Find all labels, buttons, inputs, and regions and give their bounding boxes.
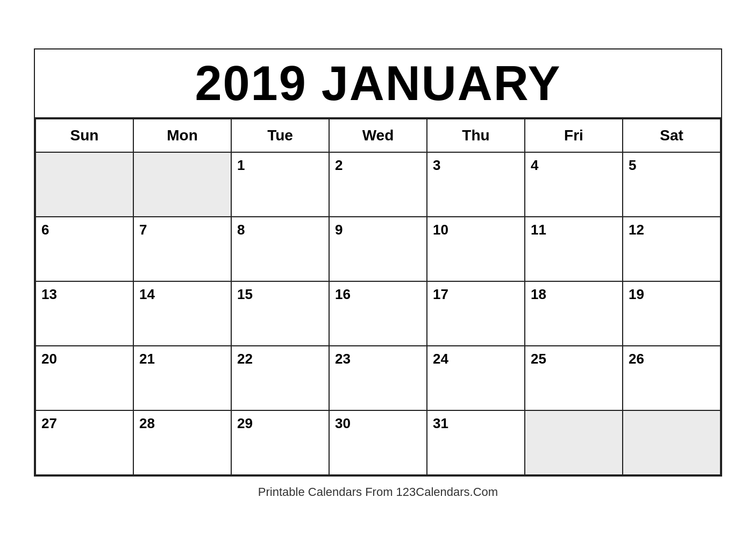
calendar-cell: 5	[623, 152, 721, 217]
calendar-cell: 4	[525, 152, 623, 217]
calendar-cell: 8	[231, 217, 329, 281]
calendar-cell: 11	[525, 217, 623, 281]
calendar-cell: 22	[231, 346, 329, 410]
calendar-grid: SunMonTueWedThuFriSat 123456789101112131…	[35, 118, 721, 475]
calendar-cell	[35, 152, 133, 217]
calendar-cell: 17	[427, 281, 525, 346]
calendar-tbody: 1234567891011121314151617181920212223242…	[35, 152, 721, 475]
day-header-mon: Mon	[133, 119, 231, 152]
calendar-cell: 12	[623, 217, 721, 281]
week-row-1: 12345	[35, 152, 721, 217]
calendar-cell: 25	[525, 346, 623, 410]
days-header-row: SunMonTueWedThuFriSat	[35, 119, 721, 152]
calendar-cell: 2	[329, 152, 427, 217]
calendar-cell: 27	[35, 410, 133, 475]
calendar-cell: 21	[133, 346, 231, 410]
calendar-cell: 20	[35, 346, 133, 410]
week-row-4: 20212223242526	[35, 346, 721, 410]
calendar-cell: 24	[427, 346, 525, 410]
calendar-cell: 29	[231, 410, 329, 475]
day-header-wed: Wed	[329, 119, 427, 152]
calendar-cell: 6	[35, 217, 133, 281]
calendar-cell: 10	[427, 217, 525, 281]
week-row-2: 6789101112	[35, 217, 721, 281]
calendar-header: 2019 JANUARY	[35, 49, 721, 118]
calendar-cell: 7	[133, 217, 231, 281]
calendar-cell: 18	[525, 281, 623, 346]
calendar-cell: 16	[329, 281, 427, 346]
calendar-wrapper: 2019 JANUARY SunMonTueWedThuFriSat 12345…	[34, 48, 722, 499]
calendar-cell: 3	[427, 152, 525, 217]
calendar-cell: 1	[231, 152, 329, 217]
week-row-3: 13141516171819	[35, 281, 721, 346]
day-header-fri: Fri	[525, 119, 623, 152]
calendar-cell	[623, 410, 721, 475]
calendar-footer: Printable Calendars From 123Calendars.Co…	[34, 485, 722, 499]
calendar-cell: 28	[133, 410, 231, 475]
calendar-cell	[525, 410, 623, 475]
week-row-5: 2728293031	[35, 410, 721, 475]
day-header-sun: Sun	[35, 119, 133, 152]
day-header-sat: Sat	[623, 119, 721, 152]
calendar-cell: 30	[329, 410, 427, 475]
calendar-thead: SunMonTueWedThuFriSat	[35, 119, 721, 152]
calendar-title: 2019 JANUARY	[40, 59, 716, 108]
calendar-cell: 15	[231, 281, 329, 346]
calendar-cell: 14	[133, 281, 231, 346]
calendar-cell: 9	[329, 217, 427, 281]
day-header-tue: Tue	[231, 119, 329, 152]
calendar-container: 2019 JANUARY SunMonTueWedThuFriSat 12345…	[34, 48, 722, 477]
calendar-cell	[133, 152, 231, 217]
calendar-cell: 13	[35, 281, 133, 346]
footer-text: Printable Calendars From 123Calendars.Co…	[258, 485, 498, 499]
calendar-cell: 23	[329, 346, 427, 410]
calendar-cell: 31	[427, 410, 525, 475]
day-header-thu: Thu	[427, 119, 525, 152]
calendar-cell: 26	[623, 346, 721, 410]
calendar-cell: 19	[623, 281, 721, 346]
